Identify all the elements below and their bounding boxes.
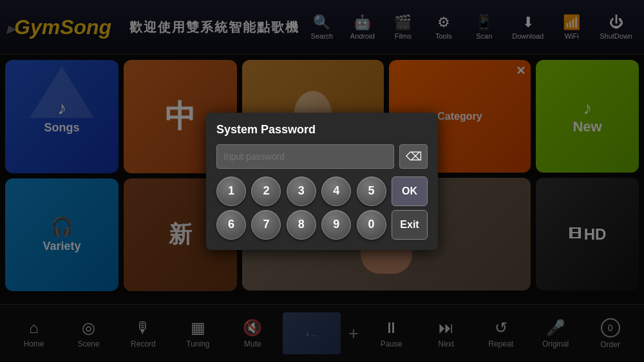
numpad-key-2[interactable]: 2	[251, 176, 281, 206]
numpad-key-9[interactable]: 9	[321, 210, 351, 240]
backspace-button[interactable]: ⌫	[399, 144, 428, 169]
numpad-key-8[interactable]: 8	[287, 210, 316, 240]
numpad-key-7[interactable]: 7	[251, 210, 281, 240]
numpad-key-0[interactable]: 0	[357, 210, 386, 240]
password-input[interactable]	[216, 144, 394, 169]
numpad-key-3[interactable]: 3	[287, 176, 316, 206]
numpad-key-1[interactable]: 1	[216, 176, 246, 206]
system-password-modal: System Password ⌫ 1 2 3 4 5 OK 6 7 8 9 0…	[206, 113, 438, 250]
numpad-key-6[interactable]: 6	[216, 210, 246, 240]
modal-overlay: System Password ⌫ 1 2 3 4 5 OK 6 7 8 9 0…	[0, 0, 644, 362]
modal-input-row: ⌫	[216, 144, 428, 169]
ok-button[interactable]: OK	[392, 176, 428, 206]
modal-title: System Password	[216, 123, 428, 137]
numpad: 1 2 3 4 5 OK 6 7 8 9 0 Exit	[216, 176, 428, 240]
exit-button[interactable]: Exit	[392, 210, 428, 240]
numpad-key-5[interactable]: 5	[357, 176, 386, 206]
numpad-key-4[interactable]: 4	[321, 176, 351, 206]
